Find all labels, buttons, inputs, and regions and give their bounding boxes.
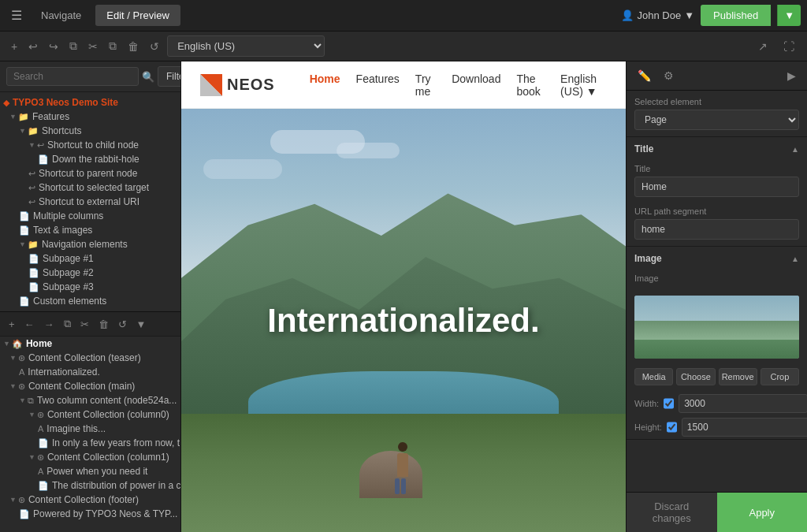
search-icon: 🔍	[142, 71, 154, 83]
tree-item-rabbit-hole[interactable]: 📄 Down the rabbit-hole	[0, 152, 180, 166]
image-field-label: Image	[634, 273, 799, 283]
language-selector[interactable]: English (US)	[167, 35, 325, 57]
page-icon: 📄	[38, 481, 49, 491]
toolbar-icons: + ↩ ↪ ⧉ ✂ ⧉ 🗑 ↺	[6, 36, 164, 56]
tree-item-parent-node[interactable]: ↩ Shortcut to parent node	[0, 166, 180, 180]
height-row: Height: px 🔒	[627, 415, 807, 439]
copy-button[interactable]: ⧉	[65, 36, 82, 56]
tree-item-navigation[interactable]: ▼ 📁 Navigation elements	[0, 237, 180, 251]
tree-item-text-images[interactable]: 📄 Text & images	[0, 223, 180, 237]
cut-button[interactable]: ✂	[84, 37, 102, 56]
width-input[interactable]	[679, 394, 807, 413]
tree-item-power[interactable]: A Power when you need it	[0, 464, 180, 478]
tree-item-footer[interactable]: ▼ ⊛ Content Collection (footer)	[0, 493, 180, 507]
tree-item-subpage2[interactable]: 📄 Subpage #2	[0, 266, 180, 280]
refresh-content-button[interactable]: ↺	[114, 316, 131, 333]
tree-item-multiple-columns[interactable]: 📄 Multiple columns	[0, 209, 180, 223]
paste-button[interactable]: ⧉	[104, 36, 121, 56]
choose-button[interactable]: Choose	[676, 368, 715, 385]
folder-icon: 📁	[28, 240, 39, 250]
tree-item-subpage3[interactable]: 📄 Subpage #3	[0, 280, 180, 294]
nav-link-features[interactable]: Features	[356, 69, 400, 101]
tree-item-teaser[interactable]: ▼ ⊛ Content Collection (teaser)	[0, 351, 180, 365]
neos-logo: NEOS	[200, 74, 275, 96]
more-content-button[interactable]: ▼	[132, 316, 151, 333]
nav-link-language[interactable]: English (US) ▼	[560, 69, 607, 101]
tree-item-selected-target[interactable]: ↩ Shortcut to selected target	[0, 180, 180, 195]
published-button[interactable]: Published	[701, 5, 771, 26]
tree-item-label: Shortcut to external URI	[39, 196, 139, 207]
delete-button[interactable]: 🗑	[123, 37, 143, 56]
page-icon: 📄	[38, 154, 49, 165]
refresh-button[interactable]: ↺	[145, 37, 164, 56]
url-field-label: URL path segment	[634, 206, 799, 216]
redo-button[interactable]: ↪	[44, 37, 63, 56]
user-menu[interactable]: 👤 John Doe ▼	[621, 9, 694, 21]
copy-content-button[interactable]: ⧉	[60, 315, 75, 333]
tree-item-main[interactable]: ▼ ⊛ Content Collection (main)	[0, 379, 180, 393]
panel-extra-btn[interactable]: ▶	[783, 66, 801, 85]
page-icon: 📄	[38, 438, 49, 448]
tree-item-site[interactable]: ◆ TYPO3 Neos Demo Site	[0, 95, 180, 110]
add-node-button[interactable]: +	[6, 37, 22, 56]
tree-item-child-node[interactable]: ▼ ↩ Shortcut to child node	[0, 138, 180, 152]
discard-button[interactable]: Discard changes	[627, 493, 717, 532]
height-checkbox[interactable]	[667, 422, 677, 433]
tree-item-features[interactable]: ▼ 📁 Features	[0, 110, 180, 124]
edit-preview-tab[interactable]: Edit / Preview	[95, 5, 180, 26]
filter-select[interactable]: Filter	[158, 66, 181, 87]
undo-button[interactable]: ↩	[24, 37, 43, 56]
height-input[interactable]	[682, 418, 807, 437]
right-panel: ✏️ ⚙ ▶ Selected element Page Title ▲ Tit…	[626, 61, 807, 532]
tree-item-internationalized[interactable]: A Internationalized.	[0, 365, 180, 379]
remove-button[interactable]: Remove	[719, 368, 757, 385]
tree-item-home[interactable]: ▼ 🏠 Home	[0, 337, 180, 351]
title-input[interactable]	[634, 177, 799, 197]
fullscreen-button[interactable]: ⛶	[777, 37, 801, 56]
width-checkbox[interactable]	[664, 398, 674, 409]
panel-footer: Discard changes Apply	[627, 492, 807, 532]
url-input[interactable]	[634, 219, 799, 240]
panel-properties-tab[interactable]: ✏️	[633, 66, 656, 85]
apply-button[interactable]: Apply	[717, 493, 808, 532]
tree-item-two-column[interactable]: ▼ ⧉ Two column content (node524a...	[0, 393, 180, 407]
tree-item-subpage1[interactable]: 📄 Subpage #1	[0, 251, 180, 266]
image-section-header[interactable]: Image ▲	[627, 247, 807, 270]
page-icon: 📄	[28, 254, 39, 264]
cut-content-button[interactable]: ✂	[76, 316, 93, 333]
tree-item-few-years[interactable]: 📄 In only a few years from now, t...	[0, 436, 180, 450]
tree-arrow-icon: ▼	[19, 396, 26, 404]
back-content-button[interactable]: ←	[20, 316, 39, 333]
delete-content-button[interactable]: 🗑	[95, 316, 113, 333]
tree-item-imagine[interactable]: A Imagine this...	[0, 422, 180, 436]
crop-button[interactable]: Crop	[761, 368, 799, 385]
navigate-tab[interactable]: Navigate	[30, 5, 92, 26]
nav-link-book[interactable]: The book	[516, 69, 545, 101]
panel-settings-tab[interactable]: ⚙	[659, 66, 679, 85]
menu-button[interactable]: ☰	[6, 5, 27, 26]
title-section-header[interactable]: Title ▲	[627, 137, 807, 161]
add-content-button[interactable]: +	[5, 316, 19, 333]
search-input[interactable]	[6, 67, 139, 86]
title-field-label: Title	[634, 164, 799, 173]
tree-item-column0[interactable]: ▼ ⊛ Content Collection (column0)	[0, 407, 180, 422]
tree-item-shortcuts[interactable]: ▼ 📁 Shortcuts	[0, 124, 180, 138]
tree-item-label: Content Collection (teaser)	[28, 352, 141, 363]
tree-item-column1[interactable]: ▼ ⊛ Content Collection (column1)	[0, 450, 180, 464]
media-button[interactable]: Media	[634, 368, 673, 385]
nav-link-tryme[interactable]: Try me	[415, 69, 436, 101]
external-link-button[interactable]: ↗	[752, 37, 774, 56]
published-dropdown-button[interactable]: ▼	[777, 5, 801, 26]
forward-content-button[interactable]: →	[40, 316, 58, 333]
collection-icon: ⊛	[18, 381, 25, 392]
image-buttons: Media Choose Remove Crop	[627, 365, 807, 392]
tree-item-distribution[interactable]: 📄 The distribution of power in a ci...	[0, 478, 180, 493]
selected-type-select[interactable]: Page	[634, 110, 799, 130]
tree-item-powered-by[interactable]: 📄 Powered by TYPO3 Neos & TYP...	[0, 507, 180, 521]
user-dropdown-icon: ▼	[684, 9, 694, 21]
tree-item-external-uri[interactable]: ↩ Shortcut to external URI	[0, 195, 180, 209]
nav-link-download[interactable]: Download	[452, 69, 500, 101]
nav-link-home[interactable]: Home	[310, 69, 340, 101]
tree-item-custom-elements[interactable]: 📄 Custom elements	[0, 294, 180, 308]
page-icon: 📄	[28, 268, 39, 278]
